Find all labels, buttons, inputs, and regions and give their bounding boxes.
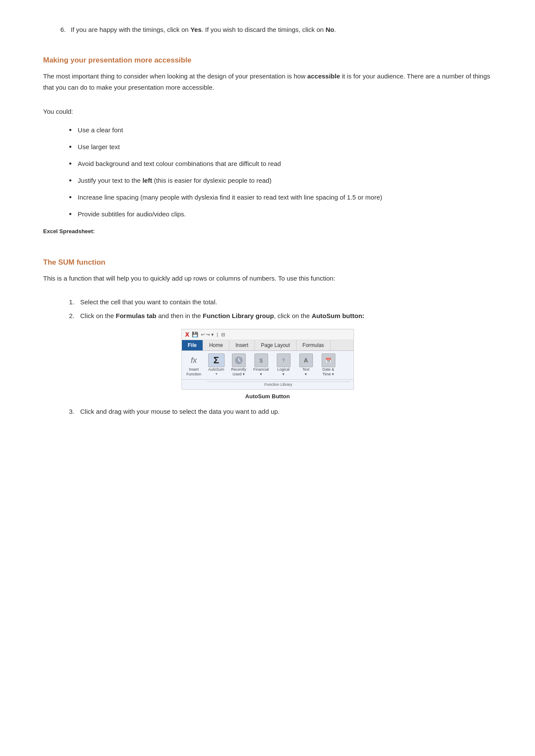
- sigma-icon: Σ: [208, 353, 225, 367]
- list-item: Provide subtitles for audio/video clips.: [69, 209, 492, 220]
- recently-used-icon: [232, 353, 246, 367]
- expand-icon: ⊟: [221, 332, 225, 337]
- logical-label: Logical▾: [277, 367, 290, 377]
- logical-icon: ?: [277, 353, 291, 367]
- section-heading-accessibility: Making your presentation more accessible: [43, 56, 492, 65]
- list-item: Use larger text: [69, 142, 492, 153]
- you-could-text: You could:: [43, 106, 492, 117]
- tab-formulas[interactable]: Formulas: [297, 340, 331, 350]
- fx-icon: fx: [186, 353, 202, 367]
- excel-label: Excel Spreadsheet:: [43, 228, 492, 234]
- step-content: Select the cell that you want to contain…: [80, 297, 492, 307]
- section-heading-sum: The SUM function: [43, 258, 492, 267]
- autosum-caption: AutoSum Button: [43, 393, 492, 400]
- text-label: Text▾: [302, 367, 310, 377]
- step-number: 2.: [69, 311, 80, 321]
- financial-icon: $: [254, 353, 268, 367]
- sum-steps: 1. Select the cell that you want to cont…: [43, 297, 492, 321]
- excel-titlebar: X 💾 ↩ ↪ ▾ | ⊟: [182, 329, 354, 340]
- text-icon: A: [299, 353, 313, 367]
- save-icon: 💾: [192, 331, 198, 337]
- list-item: Increase line spacing (many people with …: [69, 192, 492, 203]
- step-content: Click and drag with your mouse to select…: [80, 406, 492, 417]
- excel-ribbon-content: fx InsertFunction Σ AutoSum ▾ RecentlyUs…: [182, 351, 354, 380]
- step-number: 6.: [60, 26, 71, 33]
- ribbon-financial: $ Financial▾: [253, 353, 270, 377]
- step-content: If you are happy with the timings, click…: [71, 26, 492, 33]
- tab-insert[interactable]: Insert: [229, 340, 255, 350]
- ribbon-autosum: Σ AutoSum ▾: [208, 353, 225, 376]
- tab-file[interactable]: File: [182, 340, 203, 350]
- intro-step-6: 6. If you are happy with the timings, cl…: [43, 26, 492, 33]
- excel-screenshot: X 💾 ↩ ↪ ▾ | ⊟ File Home Insert Page Layo…: [181, 329, 354, 390]
- step-3: 3. Click and drag with your mouse to sel…: [69, 406, 492, 417]
- recently-used-label: RecentlyUsed ▾: [231, 367, 246, 377]
- ribbon-text: A Text▾: [297, 353, 315, 377]
- ribbon-insert-function: fx InsertFunction: [185, 353, 203, 377]
- excel-ribbon-tabs: File Home Insert Page Layout Formulas: [182, 340, 354, 351]
- ribbon-recently-used: RecentlyUsed ▾: [230, 353, 247, 377]
- list-item: Justify your text to the left (this is e…: [69, 175, 492, 186]
- step-3-container: 3. Click and drag with your mouse to sel…: [43, 406, 492, 417]
- step-content: Click on the Formulas tab and then in th…: [80, 311, 492, 321]
- insert-function-label: InsertFunction: [186, 367, 201, 377]
- step-number: 3.: [69, 406, 80, 417]
- step-1: 1. Select the cell that you want to cont…: [69, 297, 492, 307]
- tab-page-layout[interactable]: Page Layout: [255, 340, 296, 350]
- excel-logo-icon: X: [185, 331, 189, 338]
- redo-icon: ↪: [206, 332, 210, 337]
- date-time-label: Date &Time ▾: [322, 367, 335, 377]
- function-library-bar: Function Library: [182, 380, 354, 389]
- step-number: 1.: [69, 297, 80, 307]
- autosum-dropdown: ▾: [216, 372, 217, 376]
- date-time-icon: 📅: [322, 353, 335, 367]
- accessibility-bullets: Use a clear font Use larger text Avoid b…: [43, 125, 492, 220]
- ribbon-date-time: 📅 Date &Time ▾: [320, 353, 337, 377]
- accessibility-body-text: The most important thing to consider whe…: [43, 71, 492, 93]
- ribbon-logical: ? Logical▾: [275, 353, 292, 377]
- autosum-label: AutoSum: [208, 367, 224, 372]
- list-item: Use a clear font: [69, 125, 492, 136]
- step-2: 2. Click on the Formulas tab and then in…: [69, 311, 492, 321]
- list-item: Avoid background and text colour combina…: [69, 159, 492, 169]
- dropdown-icon: ▾: [211, 332, 214, 337]
- financial-label: Financial▾: [253, 367, 269, 377]
- undo-redo-icons: ↩ ↪ ▾ | ⊟: [201, 332, 225, 337]
- sum-body-text: This is a function that will help you to…: [43, 273, 492, 284]
- function-library-label: Function Library: [207, 381, 350, 387]
- undo-icon: ↩: [201, 332, 205, 337]
- tab-home[interactable]: Home: [203, 340, 229, 350]
- separator: |: [217, 332, 218, 337]
